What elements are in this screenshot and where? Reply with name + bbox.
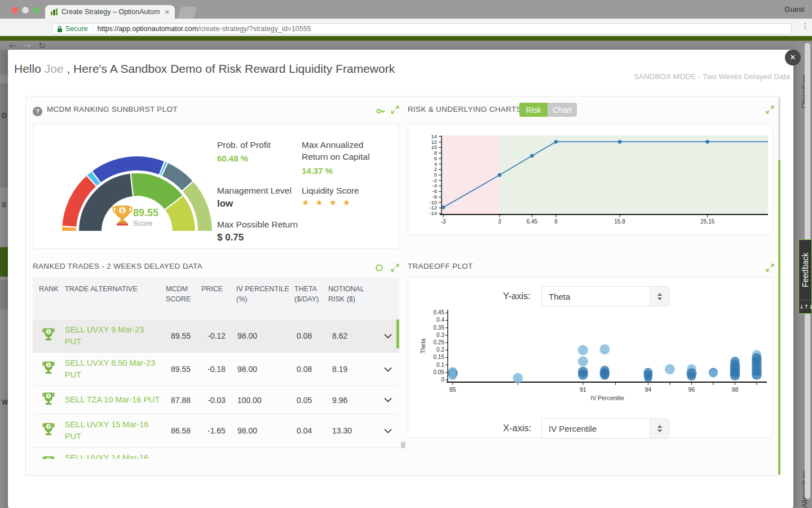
annual-return-label: Max Annualized Return on Capital [302,139,386,163]
expand-icon[interactable] [766,264,774,274]
window-zoom-button[interactable] [33,7,39,14]
svg-text:-6: -6 [433,188,437,194]
sandbox-mode-note: SANDBOX MODE - Two Weeks Delayed Data [634,72,790,81]
mcdm-score-cell: 89.55 [165,331,201,340]
svg-text:6.45: 6.45 [527,218,538,225]
stepper-icon[interactable] [650,419,669,438]
svg-text:0: 0 [441,376,444,383]
browser-tabstrip: Create Strategy – OptionAutom ✕ Guest [0,0,812,19]
window-minimize-button[interactable] [22,7,29,14]
rank-trophy-icon: 5 [42,456,55,459]
chevron-down-icon[interactable] [384,428,392,433]
modal-close-button[interactable]: ✕ [785,50,801,65]
trade-link[interactable]: SELL UVXY 14 Mar-16 PUT [65,452,165,459]
svg-text:-3: -3 [441,218,446,225]
table-header-row: RANK TRADE ALTERNATIVE MCDM SCORE PRICE … [33,277,399,319]
chevron-down-icon[interactable] [384,397,392,402]
y-axis-label: Y-axis: [503,291,531,301]
price-cell: -0.03 [201,396,236,405]
address-bar[interactable]: Secure https://app.optionautomator.com/c… [52,23,792,34]
profile-label[interactable]: Guest [784,5,804,14]
y-axis-select[interactable]: Theta [541,286,669,306]
table-row[interactable]: 2 SELL UVXY 8.50 Mar-23 PUT89.55-0.1898.… [33,352,399,386]
iv-percentile-cell: 98.00 [236,331,294,340]
trade-link[interactable]: SELL UVXY 9 Mar-23 PUT [65,324,165,348]
refresh-icon[interactable] [374,263,384,275]
toggle-risk-button[interactable]: Risk [519,103,548,117]
ranked-trades-title: RANKED TRADES - 2 WEEKS DELAYED DATA [33,262,202,270]
risk-panel-title: RISK & UNDERLYING CHARTS [408,105,522,113]
mcdm-score: 89.55 [133,207,158,219]
rank-trophy-icon: 3 [42,392,55,406]
iv-percentile-cell: 100.00 [236,396,294,405]
svg-text:98: 98 [732,386,739,393]
sidebar-letter: S [2,201,6,209]
x-axis-select[interactable]: IV Percentile [541,418,669,439]
tradeoff-title: TRADEOFF PLOT [408,262,473,270]
modal-scrollbar[interactable] [778,97,780,475]
tab-title: Create Strategy – OptionAutom [61,8,161,16]
price-cell: -0.18 [201,365,236,374]
svg-text:25.15: 25.15 [700,218,714,225]
browser-menu-icon[interactable]: ⋮ [801,21,809,30]
prob-profit-label: Prob. of Profit [217,139,302,151]
mcdm-panel-header: ?MCDM RANKING SUNBURST PLOT [33,104,178,116]
key-icon[interactable] [376,107,386,117]
expand-icon[interactable] [766,106,774,116]
svg-text:Theta: Theta [420,338,426,353]
window-close-button[interactable] [11,7,18,14]
toggle-chart-button[interactable]: Chart [548,103,577,117]
feedback-button[interactable]: Feedback ↓↑↓ [798,239,812,314]
feedback-label: Feedback [799,240,811,300]
management-level-label: Management Level [217,185,302,197]
chevron-down-icon[interactable] [384,367,392,372]
svg-text:9: 9 [554,218,558,225]
modal-scrollbar-thumb[interactable] [778,160,780,475]
mcdm-score-cell: 89.55 [165,365,201,374]
security-label: Secure [65,25,88,33]
risk-chart-toggle: Risk Chart [519,103,577,117]
trade-link[interactable]: SELL TZA 10 Mar-16 PUT [65,394,165,406]
user-name: Joe [45,62,64,75]
svg-text:5: 5 [47,458,50,459]
notional-risk-cell: 13.30 [328,426,377,435]
svg-text:0: 0 [434,172,437,178]
modal-title: Hello Joe , Here's A Sandbox Demo of Ris… [14,62,395,76]
table-row[interactable]: 4 SELL UVXY 15 Mar-16 PUT86.58-1.6598.00… [33,414,399,447]
mcdm-score-label: Score [133,219,152,227]
theta-cell: 0.08 [294,365,328,374]
table-row[interactable]: 3 SELL TZA 10 Mar-16 PUT87.88-0.03100.00… [33,386,399,414]
table-scrollbar-thumb[interactable] [396,319,399,348]
liquidity-stars: ★ ★ ★ ★ [302,198,352,208]
svg-text:0.4: 0.4 [436,317,444,323]
help-icon[interactable]: ? [33,107,42,116]
stepper-icon[interactable] [650,287,669,306]
expand-icon[interactable] [391,264,399,274]
svg-text:2: 2 [47,362,50,367]
expand-icon[interactable] [391,106,399,116]
notional-risk-cell: 8.62 [328,331,377,340]
mcdm-score-cell: 86.58 [165,426,201,435]
svg-text:0.25: 0.25 [434,339,445,345]
svg-text:IV Percentile: IV Percentile [590,395,624,401]
tab-favicon-icon [50,8,58,16]
svg-text:85: 85 [449,386,456,393]
svg-text:0.35: 0.35 [434,325,445,331]
rank-trophy-icon: 4 [42,423,55,436]
new-tab-button[interactable] [178,7,197,19]
column-header: RANK [33,284,65,319]
svg-text:3: 3 [47,393,50,398]
chevron-down-icon[interactable] [384,334,392,339]
trade-link[interactable]: SELL UVXY 8.50 Mar-23 PUT [65,357,165,381]
svg-text:6: 6 [434,155,437,161]
table-row[interactable]: 1 SELL UVXY 9 Mar-23 PUT89.55-0.1298.000… [33,319,399,352]
column-header: MCDM SCORE [165,284,201,319]
mcdm-card: 1 89.55 Score Prob. of Profit 60.48 % Ma… [33,124,399,249]
trade-link[interactable]: SELL UVXY 15 Mar-16 PUT [65,419,165,443]
tab-close-icon[interactable]: ✕ [165,8,170,16]
column-header: PRICE [201,284,236,319]
table-row[interactable]: 5 SELL UVXY 14 Mar-16 PUT86.58-1.2698.00… [33,447,399,459]
svg-text:0.05: 0.05 [434,369,445,375]
browser-tab[interactable]: Create Strategy – OptionAutom ✕ [45,5,175,19]
notional-risk-cell: 9.96 [328,396,377,405]
